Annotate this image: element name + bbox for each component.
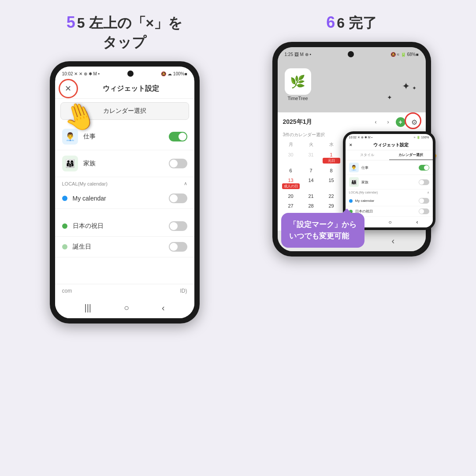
small-family-icon: 👨‍👩‍👧	[349, 177, 359, 187]
day-29[interactable]: 29	[322, 201, 341, 210]
small-local-chevron: ∧	[427, 191, 429, 194]
small-nihon-toggle[interactable]	[419, 208, 429, 214]
step6-num: 6	[326, 13, 335, 31]
day-31: 31	[301, 150, 321, 165]
right-phone-wrapper: 1:25 🖼 M ⊕ • 🔕 ≈ 🔋 68%■ 🌿 TimeTree	[272, 42, 431, 257]
family-icon: 👨‍👩‍👧	[62, 156, 78, 171]
day-20[interactable]: 20	[281, 192, 301, 201]
timetree-app[interactable]: 🌿 TimeTree	[285, 68, 311, 101]
birthday-calendar-item: 誕生日	[55, 237, 194, 257]
step5-title: 55 左上の「×」をタップ	[67, 13, 182, 52]
day-8[interactable]: 8	[322, 166, 341, 175]
browser-bar: com ID)	[55, 284, 194, 298]
small-nav-back[interactable]: ‹	[416, 219, 418, 225]
day-6[interactable]: 6	[281, 166, 301, 175]
nihon-calendar-item: 日本の祝日	[55, 216, 194, 237]
small-work-toggle[interactable]	[419, 165, 429, 171]
left-status-left: 10:02 ✕ ✕ ⊕ ✱ M •	[62, 71, 100, 76]
small-work-item: 👨‍💼 仕事	[346, 160, 433, 175]
day-27[interactable]: 27	[281, 201, 301, 210]
timetree-icon: 🌿	[285, 68, 311, 95]
day-1[interactable]: 1元日	[322, 150, 341, 165]
main-container: 55 左上の「×」をタップ 10:02 ✕ ✕ ⊕ ✱ M • 🔕 ☁ 100%…	[0, 0, 476, 476]
weekday-tue: 火	[301, 141, 321, 149]
work-toggle[interactable]	[169, 132, 187, 141]
nihon-toggle[interactable]	[169, 221, 187, 231]
day-14[interactable]: 14	[301, 176, 321, 191]
nav-recent-icon[interactable]: |||	[84, 303, 91, 313]
left-camera-notch	[127, 71, 134, 77]
day-28[interactable]: 28	[301, 201, 321, 210]
right-nav-back[interactable]: ‹	[392, 236, 395, 246]
left-status-bar: 10:02 ✕ ✕ ⊕ ✱ M • 🔕 ☁ 100%■	[55, 67, 194, 79]
left-widget-header: ✕ ウィジェット設定	[55, 79, 194, 99]
right-phone-mockup: 1:25 🖼 M ⊕ • 🔕 ≈ 🔋 68%■ 🌿 TimeTree	[272, 42, 431, 257]
small-section-header: LOCAL(My calendar) ∧	[346, 190, 433, 196]
cal-next-btn[interactable]: ›	[383, 117, 393, 127]
family-cal-name: 家族	[83, 160, 164, 167]
cal-widget-header: 2025年1月 ‹ › + ⚙	[278, 112, 426, 132]
birthday-toggle[interactable]	[169, 242, 187, 252]
day-30: 30	[281, 150, 301, 165]
small-local-label: LOCAL(My calendar)	[349, 191, 378, 194]
small-mycal-dot	[349, 199, 353, 203]
sparkle-top-right: ✦	[402, 81, 410, 92]
small-close[interactable]: ✕	[349, 143, 353, 147]
small-mycal-item: My calendar	[346, 196, 433, 206]
small-header-title: ウィジェット設定	[353, 142, 429, 148]
timetree-label: TimeTree	[287, 96, 308, 101]
day-15[interactable]: 15	[322, 176, 341, 191]
left-phone-bottom: ||| ○ ‹	[55, 298, 194, 318]
small-nav-home[interactable]: ○	[389, 219, 392, 225]
holiday-badge-1: 元日	[323, 158, 340, 164]
small-tab-style[interactable]: スタイル	[346, 150, 389, 160]
bubble-line2: いつでも変更可能	[289, 232, 349, 240]
day-13[interactable]: 13成人の日	[281, 176, 301, 191]
my-calendar-item: My calendar	[55, 188, 194, 209]
bubble-line1: 「設定マーク」から	[289, 220, 357, 229]
small-family-toggle[interactable]	[419, 179, 429, 185]
close-button[interactable]: ✕	[62, 82, 74, 95]
small-mycal-name: My calendar	[355, 199, 416, 203]
cal-controls: ‹ › + ⚙	[371, 116, 420, 128]
my-cal-toggle[interactable]	[169, 193, 187, 203]
settings-circle-highlight	[405, 112, 421, 129]
nav-back-icon[interactable]: ‹	[162, 303, 165, 313]
cal-settings-btn[interactable]: ⚙	[408, 116, 420, 128]
small-status-left: 10:02 ✕ ⊕ ✱ M •	[349, 136, 373, 139]
weekday-wed: 水	[321, 141, 342, 149]
my-cal-dot	[62, 196, 67, 201]
sparkle-small: ✦	[412, 85, 416, 91]
small-family-item: 👨‍👩‍👧 家族	[346, 175, 433, 190]
birthday-dot	[62, 244, 67, 249]
holiday-badge-13: 成人の日	[282, 183, 300, 189]
day-21[interactable]: 21	[301, 192, 321, 201]
cal-add-btn[interactable]: +	[396, 117, 405, 127]
small-nihon-name: 日本の祝日	[355, 209, 416, 214]
step6-title: 66 完了	[326, 13, 377, 33]
birthday-cal-name: 誕生日	[73, 243, 164, 251]
day-22[interactable]: 22	[322, 192, 341, 201]
right-panel: 66 完了 1:25 🖼 M ⊕ • 🔕 ≈ 🔋 68%■ 🌿	[245, 13, 458, 467]
small-mycal-toggle[interactable]	[419, 198, 429, 204]
right-status-bar: 1:25 🖼 M ⊕ • 🔕 ≈ 🔋 68%■	[278, 47, 426, 60]
speech-bubble: 「設定マーク」から いつでも変更可能	[281, 213, 364, 248]
small-header: ✕ ウィジェット設定	[346, 140, 433, 150]
cal-prev-btn[interactable]: ‹	[371, 117, 381, 127]
small-family-name: 家族	[361, 180, 416, 185]
local-chevron: ∧	[184, 181, 187, 186]
right-camera-notch	[348, 51, 354, 57]
small-tab-bar: スタイル カレンダー選択	[346, 150, 433, 160]
app-grid: 🌿 TimeTree ✦ ✦ ✦	[278, 60, 426, 112]
family-toggle[interactable]	[169, 159, 187, 168]
left-phone-mockup: 10:02 ✕ ✕ ⊕ ✱ M • 🔕 ☁ 100%■ ✕ ウィジェット設定 カ…	[50, 61, 200, 324]
nihon-dot	[62, 223, 67, 229]
day-7[interactable]: 7	[301, 166, 321, 175]
circle-highlight	[59, 79, 78, 98]
small-status-right: ≈ 🔋 100%	[414, 136, 429, 139]
my-cal-name: My calendar	[73, 195, 164, 202]
nav-home-icon[interactable]: ○	[124, 303, 129, 313]
small-tab-calendar[interactable]: カレンダー選択	[389, 150, 433, 160]
cal-month-title: 2025年1月	[283, 118, 312, 126]
sparkle-mid: ✦	[387, 94, 392, 101]
